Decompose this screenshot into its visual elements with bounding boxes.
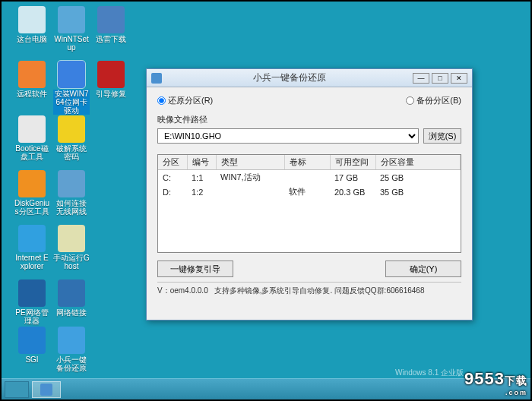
desktop-icon[interactable]: 远程软件 (14, 61, 50, 98)
maximize-button[interactable]: □ (432, 73, 448, 84)
desktop-icon-image (58, 6, 85, 33)
watermark: 9553下载 .com (464, 369, 527, 396)
column-header[interactable]: 类型 (216, 155, 284, 170)
table-cell: 17 GB (330, 170, 375, 185)
desktop-icon-image (18, 225, 46, 252)
titlebar[interactable]: 小兵一键备份还原 — □ ✕ (147, 69, 472, 87)
windows-version-text: Windows 8.1 企业版 (395, 368, 464, 378)
table-row[interactable]: D:1:2软件20.3 GB35 GB (158, 185, 461, 199)
desktop-icon-image (58, 327, 85, 354)
desktop-icon[interactable]: 如何连接无线网线 (53, 170, 90, 216)
desktop-icon-image (18, 115, 46, 143)
table-row[interactable]: C:1:1WIN7,活动17 GB25 GB (158, 170, 461, 185)
column-header[interactable]: 卷标 (284, 155, 330, 170)
desktop-icon-image (97, 61, 125, 88)
desktop-icon[interactable]: 安装WIN7 64位网卡驱动 (53, 61, 90, 115)
path-select[interactable]: E:\WIN10.GHO (157, 128, 419, 144)
column-header[interactable]: 可用空间 (330, 155, 375, 170)
restore-radio-label: 还原分区(R) (168, 95, 213, 106)
restore-radio[interactable]: 还原分区(R) (157, 95, 213, 106)
version-label: V：oem4.0.0.0 (157, 286, 208, 296)
desktop-icon-label: Bootice磁盘工具 (14, 144, 50, 161)
backup-radio-label: 备份分区(B) (416, 95, 461, 106)
table-cell (216, 185, 284, 199)
desktop-icon-image (58, 279, 85, 307)
desktop-icon[interactable]: SGI (14, 327, 50, 364)
desktop-icon-image (58, 170, 85, 197)
desktop-icon[interactable]: 手动运行Ghost (53, 225, 90, 270)
minimize-button[interactable]: — (413, 73, 429, 84)
desktop-icon-label: DiskGenius分区工具 (14, 199, 50, 216)
desktop-icon[interactable]: 这台电脑 (14, 6, 50, 43)
desktop-icon[interactable]: 小兵一键备份还原 (53, 327, 90, 372)
desktop-icon-image (18, 6, 46, 33)
close-button[interactable]: ✕ (451, 73, 467, 84)
desktop-icon-label: 小兵一键备份还原 (53, 355, 90, 372)
partition-table[interactable]: 分区编号类型卷标可用空间分区容量 C:1:1WIN7,活动17 GB25 GBD… (158, 155, 461, 199)
browse-button[interactable]: 浏览(S) (423, 128, 461, 144)
restore-radio-input[interactable] (157, 96, 166, 105)
desktop-icon-image (58, 225, 85, 252)
desktop-icon-label: 网络链接 (53, 308, 90, 317)
table-cell: 20.3 GB (330, 185, 375, 199)
table-cell: 1:1 (187, 170, 216, 185)
desktop-icon-label: 手动运行Ghost (53, 254, 90, 270)
column-header[interactable]: 编号 (187, 155, 216, 170)
desktop-icon-label: 安装WIN7 64位网卡驱动 (53, 90, 90, 115)
table-cell: D: (158, 185, 187, 199)
path-label: 映像文件路径 (157, 114, 461, 125)
desktop-icon-label: 引导修复 (93, 90, 129, 98)
desktop-icon-label: Internet Explorer (14, 254, 50, 270)
table-cell: C: (158, 170, 187, 185)
desktop-icon-label: 破解系统密码 (53, 144, 90, 161)
desktop-icon-image (58, 115, 85, 143)
desktop-icon-label: SGI (14, 355, 50, 364)
desktop-icon[interactable]: DiskGenius分区工具 (14, 170, 50, 216)
start-button[interactable] (5, 381, 29, 398)
desktop-icon-image (58, 61, 85, 88)
app-icon (151, 73, 162, 84)
partition-table-wrap: 分区编号类型卷标可用空间分区容量 C:1:1WIN7,活动17 GB25 GBD… (157, 154, 461, 253)
desktop-icon-image (18, 170, 46, 197)
desktop-icon-label: 远程软件 (14, 90, 50, 98)
column-header[interactable]: 分区容量 (375, 155, 461, 170)
status-text: 支持多种镜像,多系统引导自动修复. 问题反馈QQ群:606616468 (214, 286, 425, 296)
desktop-icon-image (18, 279, 46, 307)
desktop-icon-label: 迅雷下载 (93, 35, 129, 43)
desktop-icon-label: 如何连接无线网线 (53, 199, 90, 216)
desktop-icon[interactable]: Internet Explorer (14, 225, 50, 270)
desktop-icon[interactable]: WinNTSetup (53, 6, 90, 52)
table-cell: 1:2 (187, 185, 216, 199)
desktop-icon-image (18, 61, 46, 88)
ok-button[interactable]: 确定(Y) (385, 260, 461, 277)
table-cell: WIN7,活动 (216, 170, 284, 185)
fix-boot-button[interactable]: 一键修复引导 (157, 260, 233, 277)
table-cell: 25 GB (375, 170, 461, 185)
desktop-icon[interactable]: 破解系统密码 (53, 115, 90, 161)
table-cell (284, 170, 330, 185)
desktop-icon-label: 这台电脑 (14, 35, 50, 43)
backup-radio-input[interactable] (406, 96, 414, 105)
table-cell: 35 GB (375, 185, 461, 199)
table-cell: 软件 (284, 185, 330, 199)
desktop-icon[interactable]: 网络链接 (53, 279, 90, 317)
backup-radio[interactable]: 备份分区(B) (406, 95, 461, 106)
desktop-icon-image (18, 327, 46, 354)
desktop-icon[interactable]: 引导修复 (93, 61, 129, 98)
desktop-icon-label: PE网络管理器 (14, 308, 50, 325)
column-header[interactable]: 分区 (158, 155, 187, 170)
window-title: 小兵一键备份还原 (166, 71, 413, 84)
status-bar: V：oem4.0.0.0 支持多种镜像,多系统引导自动修复. 问题反馈QQ群:6… (157, 282, 461, 296)
desktop-icon[interactable]: PE网络管理器 (14, 279, 50, 325)
desktop-icon[interactable]: Bootice磁盘工具 (14, 115, 50, 161)
desktop-icon-image (97, 6, 125, 33)
taskbar-app-button[interactable] (32, 381, 61, 398)
app-window: 小兵一键备份还原 — □ ✕ 还原分区(R) 备份分区(B) 映像文件路径 E:… (146, 68, 473, 320)
taskbar-app-icon (40, 384, 52, 396)
taskbar[interactable] (2, 378, 530, 399)
desktop-icon[interactable]: 迅雷下载 (93, 6, 129, 43)
desktop-icon-label: WinNTSetup (53, 35, 90, 52)
